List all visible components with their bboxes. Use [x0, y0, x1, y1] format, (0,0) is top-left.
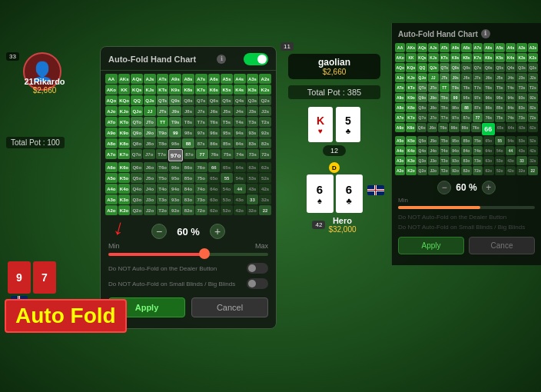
hand-cell-83s[interactable]: 83s: [247, 138, 259, 148]
hand-cell-K3s[interactable]: K3s: [247, 85, 259, 95]
hand-cell-A4s[interactable]: A4s: [234, 74, 246, 84]
hand-cell-KQs[interactable]: KQs: [417, 53, 427, 62]
secondary-increase-button[interactable]: +: [482, 181, 496, 194]
hand-cell-53o[interactable]: 53o: [221, 194, 233, 204]
hand-cell-62o[interactable]: 62o: [483, 166, 493, 175]
hand-cell-AA[interactable]: AA: [105, 74, 118, 84]
hand-cell-94s[interactable]: 94s: [234, 128, 246, 138]
hand-cell-72o[interactable]: 72o: [195, 205, 207, 215]
hand-cell-A5o[interactable]: A5o: [105, 173, 118, 183]
hand-cell-JTo[interactable]: JTo: [428, 83, 438, 92]
hand-cell-K7o[interactable]: K7o: [406, 113, 416, 122]
hand-cell-32s[interactable]: 32s: [259, 194, 271, 204]
hand-cell-43o[interactable]: 43o: [234, 194, 246, 204]
hand-cell-A6s[interactable]: A6s: [483, 43, 493, 52]
hand-cell-93s[interactable]: 93s: [516, 93, 526, 102]
hand-cell-Q5o[interactable]: Q5o: [417, 136, 427, 145]
hand-cell-82s[interactable]: 82s: [528, 103, 538, 112]
hand-cell-J4s[interactable]: J4s: [506, 73, 516, 82]
hand-cell-AJo[interactable]: AJo: [105, 106, 118, 116]
hand-cell-QJs[interactable]: QJs: [144, 95, 156, 105]
hand-cell-A9o[interactable]: A9o: [105, 128, 118, 138]
hand-cell-54o[interactable]: 54o: [221, 184, 233, 194]
hand-cell-QTs[interactable]: QTs: [157, 95, 169, 105]
hand-cell-86o[interactable]: 86o: [460, 123, 470, 132]
hand-cell-63o[interactable]: 63o: [208, 194, 221, 204]
hand-cell-A3o[interactable]: A3o: [395, 156, 405, 165]
hand-cell-J3s[interactable]: J3s: [247, 106, 259, 116]
hand-cell-Q6o[interactable]: Q6o: [131, 162, 143, 172]
hand-cell-85o[interactable]: 85o: [182, 173, 194, 183]
hand-cell-42s[interactable]: 42s: [259, 184, 271, 194]
hand-cell-96s[interactable]: 96s: [208, 128, 221, 138]
hand-cell-T7o[interactable]: T7o: [156, 149, 168, 159]
hand-cell-42o[interactable]: 42o: [506, 166, 516, 175]
hand-cell-J8o[interactable]: J8o: [144, 138, 156, 148]
hand-cell-K4o[interactable]: K4o: [118, 184, 131, 194]
slider-thumb[interactable]: [199, 248, 210, 259]
hand-cell-63s[interactable]: 63s: [247, 162, 259, 172]
hand-cell-J5s[interactable]: J5s: [495, 73, 505, 82]
hand-cell-65s[interactable]: 65s: [221, 162, 233, 172]
hand-cell-A7s[interactable]: A7s: [195, 74, 207, 84]
hand-cell-KTs[interactable]: KTs: [440, 53, 450, 62]
hand-cell-T2o[interactable]: T2o: [157, 205, 169, 215]
hand-cell-J4o[interactable]: J4o: [144, 184, 156, 194]
hand-cell-98s[interactable]: 98s: [461, 93, 471, 102]
hand-cell-82s[interactable]: 82s: [259, 138, 271, 148]
hand-cell-K9o[interactable]: K9o: [406, 93, 416, 102]
hand-cell-33[interactable]: 33: [516, 156, 526, 165]
hand-cell-96o[interactable]: 96o: [449, 123, 459, 132]
secondary-cancel-button[interactable]: Cance: [469, 237, 535, 254]
hand-cell-K7o[interactable]: K7o: [118, 149, 129, 159]
hand-cell-KTo[interactable]: KTo: [118, 117, 131, 127]
hand-cell-Q8s[interactable]: Q8s: [461, 63, 471, 72]
hand-cell-J9s[interactable]: J9s: [169, 106, 181, 116]
hand-cell-AKs[interactable]: AKs: [118, 74, 131, 84]
hand-cell-52s[interactable]: 52s: [259, 173, 271, 183]
hand-cell-K8s[interactable]: K8s: [461, 53, 471, 62]
hand-cell-33[interactable]: 33: [247, 194, 259, 204]
hand-cell-J4o[interactable]: J4o: [428, 146, 438, 155]
hand-cell-63o[interactable]: 63o: [483, 156, 493, 165]
hand-cell-T8o[interactable]: T8o: [440, 103, 450, 112]
hand-cell-K4o[interactable]: K4o: [406, 146, 416, 155]
hand-cell-A7s[interactable]: A7s: [473, 43, 483, 52]
hand-cell-K9s[interactable]: K9s: [169, 85, 181, 95]
hand-cell-92o[interactable]: 92o: [169, 205, 181, 215]
hand-cell-AKs[interactable]: AKs: [406, 43, 416, 52]
hand-cell-A3s[interactable]: A3s: [247, 74, 259, 84]
hand-cell-A8s[interactable]: A8s: [182, 74, 194, 84]
hand-cell-A8o[interactable]: A8o: [105, 138, 118, 148]
hand-cell-Q9o[interactable]: Q9o: [417, 93, 427, 102]
hand-cell-73o[interactable]: 73o: [473, 156, 483, 165]
hand-cell-K3o[interactable]: K3o: [406, 156, 416, 165]
hand-cell-52o[interactable]: 52o: [221, 205, 233, 215]
option2-toggle[interactable]: [247, 278, 268, 289]
hand-cell-98s[interactable]: 98s: [182, 128, 194, 138]
hand-cell-85s[interactable]: 85s: [221, 138, 233, 148]
hand-cell-K7s[interactable]: K7s: [195, 85, 207, 95]
hand-cell-43s[interactable]: 43s: [516, 146, 526, 155]
hand-cell-86s[interactable]: 86s: [483, 103, 493, 112]
hand-cell-AQs[interactable]: AQs: [417, 43, 427, 52]
hand-cell-J7o[interactable]: J7o: [143, 149, 154, 159]
hand-cell-42o[interactable]: 42o: [234, 205, 246, 215]
hand-cell-54s[interactable]: 54s: [234, 173, 246, 183]
hand-cell-A9o[interactable]: A9o: [395, 93, 405, 102]
hand-cell-84s[interactable]: 84s: [506, 103, 516, 112]
hand-cell-J2o[interactable]: J2o: [144, 205, 156, 215]
hand-cell-87o[interactable]: 87o: [184, 149, 195, 159]
hand-cell-42s[interactable]: 42s: [528, 146, 538, 155]
hand-cell-KJo[interactable]: KJo: [118, 106, 131, 116]
hand-cell-Q9s[interactable]: Q9s: [450, 63, 460, 72]
hand-cell-J5s[interactable]: J5s: [221, 106, 233, 116]
hand-cell-72s[interactable]: 72s: [528, 113, 538, 122]
hand-cell-73s[interactable]: 73s: [247, 149, 258, 159]
hand-cell-KK[interactable]: KK: [118, 85, 131, 95]
hand-cell-76s[interactable]: 76s: [483, 113, 493, 122]
hand-cell-K4s[interactable]: K4s: [506, 53, 516, 62]
hand-cell-98o[interactable]: 98o: [169, 138, 181, 148]
hand-cell-K8o[interactable]: K8o: [118, 138, 131, 148]
main-toggle[interactable]: [244, 53, 268, 65]
